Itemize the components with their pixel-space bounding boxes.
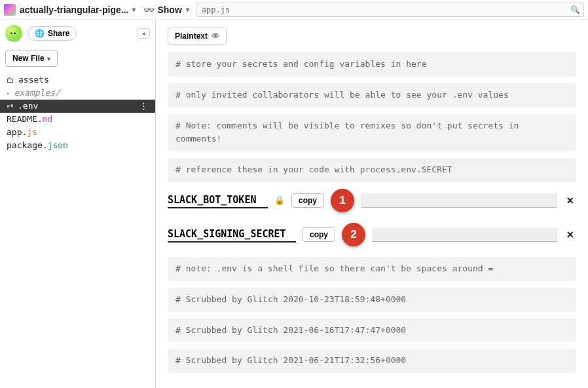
comment-block: # reference these in your code with proc… [168,158,576,182]
comment-block: # only invited collaborators will be abl… [168,83,576,107]
delete-button[interactable]: × [564,229,576,241]
sidebar: 🌐 Share ◂ New File ▾ 🗀 assets ▸ examples… [0,20,156,388]
env-var-value-input[interactable] [361,193,557,208]
project-dropdown[interactable]: actually-triangular-pige... ▾ [4,4,136,16]
callout-badge-1: 1 [331,189,354,212]
search-wrap: 🔍 [196,3,584,17]
file-label: assets [18,73,49,87]
editor-pane: Plaintext 👁 # store your secrets and con… [156,20,588,388]
env-var-name-input[interactable] [168,227,296,242]
comment-block: # store your secrets and config variable… [168,52,576,77]
top-bar: actually-triangular-pige... ▾ 👓 Show ▾ 🔍 [0,0,588,20]
chevron-right-icon: ▸ [7,87,10,100]
body: 🌐 Share ◂ New File ▾ 🗀 assets ▸ examples… [0,20,588,388]
sunglasses-icon: 👓 [143,5,153,15]
copy-button[interactable]: copy [291,193,324,208]
file-menu-icon[interactable]: ⋮ [139,100,149,113]
new-file-button[interactable]: New File ▾ [5,50,58,67]
file-label: app.js [7,126,37,139]
file-assets[interactable]: 🗀 assets [0,73,155,87]
project-icon [4,4,16,16]
sidebar-header: 🌐 Share ◂ [0,20,155,47]
comment-block: # Scrubbed by Glitch 2020-10-23T18:59:48… [168,288,576,312]
callout-badge-2: 2 [342,223,365,246]
rewind-button[interactable]: ◂ [137,28,150,39]
key-icon: 🗝 [7,100,14,113]
env-var-value-input[interactable] [372,227,557,242]
comment-block: # note: .env is a shell file so there ca… [168,257,576,281]
delete-button[interactable]: × [564,195,576,206]
plaintext-toggle[interactable]: Plaintext 👁 [168,28,227,45]
lock-icon: 🔒 [274,195,285,205]
search-input[interactable] [196,3,584,17]
show-label: Show [157,5,181,15]
plaintext-label: Plaintext [175,31,208,41]
project-name: actually-triangular-pige... [20,5,128,15]
file-package-json[interactable]: package.json [0,139,155,152]
show-dropdown[interactable]: 👓 Show ▾ [143,5,189,15]
file-env[interactable]: 🗝 .env ⋮ [0,100,155,113]
chevron-down-icon: ▾ [186,6,189,13]
file-app-js[interactable]: app.js [0,126,155,139]
assets-icon: 🗀 [7,73,14,87]
file-label: examples/ [14,87,60,100]
copy-button[interactable]: copy [303,227,335,242]
folder-examples[interactable]: ▸ examples/ [0,87,155,100]
file-readme[interactable]: README.md [0,113,155,126]
file-tree: 🗀 assets ▸ examples/ 🗝 .env ⋮ README.md … [0,73,155,152]
file-label: package.json [7,139,68,152]
avatar[interactable] [5,25,22,42]
comment-block: # Scrubbed by Glitch 2021-06-21T17:32:56… [168,349,576,373]
file-label: .env [18,100,38,113]
globe-icon: 🌐 [35,29,45,38]
share-label: Share [48,29,69,38]
chevron-down-icon: ▾ [47,55,50,62]
file-label: README.md [7,113,52,126]
env-var-name-input[interactable] [168,193,268,208]
new-file-label: New File [12,54,45,63]
share-button[interactable]: 🌐 Share [28,26,77,41]
search-icon: 🔍 [570,5,580,14]
env-var-row: copy 2 × [168,223,576,246]
env-var-row: 🔒 copy 1 × [168,189,576,212]
comment-block: # Scrubbed by Glitch 2021-06-16T17:47:47… [168,319,576,343]
comment-block: # Note: comments will be visible to remi… [168,114,576,152]
eye-icon: 👁 [211,31,219,41]
chevron-down-icon: ▾ [132,6,136,13]
